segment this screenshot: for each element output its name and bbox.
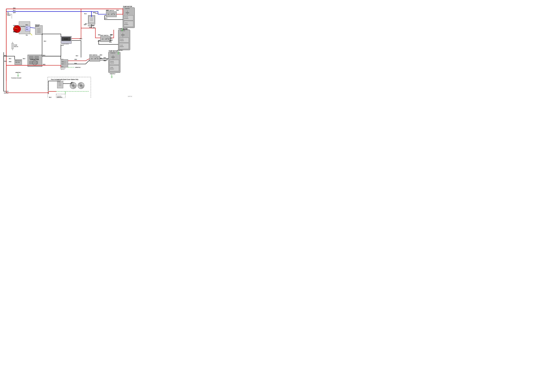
svg-text:RED: RED <box>100 54 102 56</box>
svg-text:RED: RED <box>110 35 113 36</box>
svg-text:SPDT SWITCH: SPDT SWITCH <box>89 54 97 56</box>
svg-point-62 <box>108 14 109 15</box>
svg-text:Breakers: Breakers <box>120 46 124 47</box>
svg-text:BLK: BLK <box>100 57 102 59</box>
svg-text:BLK: BLK <box>76 55 78 56</box>
svg-text:YEL: YEL <box>26 35 28 36</box>
svg-text:GRN/YEL*: GRN/YEL* <box>123 29 128 30</box>
svg-text:SPDT SWITCH: SPDT SWITCH <box>100 35 108 36</box>
svg-point-76 <box>97 58 98 59</box>
svg-text:BLK: BLK <box>93 27 95 28</box>
svg-text:300 mA: 300 mA <box>14 46 18 47</box>
svg-text:RED: RED <box>104 60 106 61</box>
svg-text:Breakers: Breakers <box>124 24 128 25</box>
svg-text:HOUR   METER: HOUR METER <box>62 43 69 45</box>
svg-text:RED: RED <box>13 7 16 9</box>
svg-text:BLU: BLU <box>26 24 28 26</box>
svg-text:RED: RED <box>98 34 101 35</box>
svg-text:BLK: BLK <box>4 55 7 56</box>
svg-text:Circuit: Circuit <box>120 45 123 46</box>
svg-rect-35 <box>29 61 38 64</box>
svg-text:TO: TO <box>7 12 9 13</box>
svg-text:BLU: BLU <box>84 13 87 14</box>
svg-text:BLK: BLK <box>75 63 77 64</box>
svg-text:RED: RED <box>43 64 45 65</box>
svg-text:GRN/YEL*: GRN/YEL* <box>15 72 21 73</box>
svg-point-70 <box>108 39 109 40</box>
svg-text:600V 30A: 600V 30A <box>15 62 20 63</box>
svg-text:(Capacitor): (Capacitor) <box>125 8 130 9</box>
svg-text:230 VAC: 230 VAC <box>4 91 9 92</box>
svg-text:Thermal: Thermal <box>124 16 128 18</box>
svg-point-74 <box>91 58 92 59</box>
svg-text:ORN: ORN <box>13 25 16 26</box>
svg-text:T2⊘: T2⊘ <box>61 61 63 62</box>
svg-text:GRN/YEL*: GRN/YEL* <box>117 50 123 51</box>
svg-text:24: 24 <box>26 27 28 28</box>
svg-text:Thermal: Thermal <box>110 61 114 62</box>
svg-rect-54 <box>89 16 94 23</box>
svg-text:GRN/YEL*: GRN/YEL* <box>57 97 63 98</box>
svg-text:RED: RED <box>110 37 113 39</box>
svg-text:BLK: BLK <box>92 25 95 26</box>
svg-text:BLK: BLK <box>9 58 11 59</box>
svg-text:GRN/YEL*: GRN/YEL* <box>110 73 116 74</box>
svg-text:Connector: Connector <box>57 96 61 97</box>
svg-text:BLU: BLU <box>95 13 98 14</box>
svg-text:Circuit: Circuit <box>125 22 127 23</box>
svg-point-64 <box>114 14 115 15</box>
svg-text:Breakers: Breakers <box>110 68 114 70</box>
svg-text:RED: RED <box>80 38 82 39</box>
svg-text:BLK: BLK <box>98 41 100 42</box>
svg-text:LIGHT: LIGHT <box>7 15 11 16</box>
svg-text:BLK: BLK <box>109 40 112 41</box>
svg-rect-12 <box>25 26 30 31</box>
svg-text:(Capacitor): (Capacitor) <box>120 30 125 31</box>
svg-text:BLK: BLK <box>23 58 25 59</box>
svg-text:Switch: Switch <box>57 81 60 82</box>
svg-text:BLU: BLU <box>13 10 15 11</box>
svg-text:BLK: BLK <box>44 41 46 42</box>
svg-text:T1⊘: T1⊘ <box>61 63 63 64</box>
svg-text:GRN/YEL*: GRN/YEL* <box>75 67 81 68</box>
svg-text:Thermal: Thermal <box>35 24 40 26</box>
svg-text:BLK: BLK <box>109 42 112 43</box>
svg-text:24V: 24V <box>7 13 9 15</box>
svg-text:WHT: WHT <box>13 12 16 13</box>
svg-text:Switch: Switch <box>35 26 39 27</box>
svg-text:PRESSURE: PRESSURE <box>60 68 65 69</box>
svg-point-68 <box>102 39 103 40</box>
svg-text:RED: RED <box>116 10 119 11</box>
svg-text:Protector: Protector <box>120 40 124 41</box>
svg-text:PUMP MOTOR: PUMP MOTOR <box>109 50 118 52</box>
svg-text:RED: RED <box>9 61 12 62</box>
svg-text:Thermal: Thermal <box>57 80 61 81</box>
svg-text:Protector: Protector <box>110 62 114 63</box>
svg-text:PUMP MOTOR: PUMP MOTOR <box>123 6 132 7</box>
svg-text:TERM BLOCK: TERM BLOCK <box>15 60 21 61</box>
wiring-diagram: Transformer 230 VAC 24 VAC ORN BLK BLU Y… <box>0 0 137 98</box>
svg-text:VAC: VAC <box>26 29 28 30</box>
svg-text:HOURS: HOURS <box>64 38 68 40</box>
svg-text:BLK: BLK <box>84 24 86 25</box>
svg-text:FUSE: FUSE <box>14 44 17 46</box>
svg-rect-33 <box>29 56 33 59</box>
svg-text:RED: RED <box>106 10 109 11</box>
watermark: ArtFull <box>128 96 132 97</box>
svg-text:BLK: BLK <box>43 55 45 56</box>
svg-text:CONTACTOR: CONTACTOR <box>30 59 39 60</box>
svg-text:⊘L1: ⊘L1 <box>61 66 63 67</box>
svg-text:⊘L2: ⊘L2 <box>61 58 63 60</box>
svg-text:Thermal: Thermal <box>120 39 124 40</box>
svg-text:BLK: BLK <box>49 97 51 98</box>
svg-rect-26 <box>12 43 13 49</box>
svg-text:Fans Included with Quiet Cover: Fans Included with Quiet Cover Option On… <box>51 79 78 80</box>
svg-text:Protector: Protector <box>124 18 128 19</box>
svg-text:VAC: VAC <box>15 29 18 30</box>
svg-text:BLK: BLK <box>104 57 106 58</box>
svg-text:SUPPLY: SUPPLY <box>4 92 8 94</box>
svg-text:RED: RED <box>75 59 77 60</box>
svg-text:Circuit: Circuit <box>110 67 113 68</box>
svg-text:(Capacitor): (Capacitor) <box>110 52 115 54</box>
svg-text:SWITCH: SWITCH <box>61 69 64 70</box>
